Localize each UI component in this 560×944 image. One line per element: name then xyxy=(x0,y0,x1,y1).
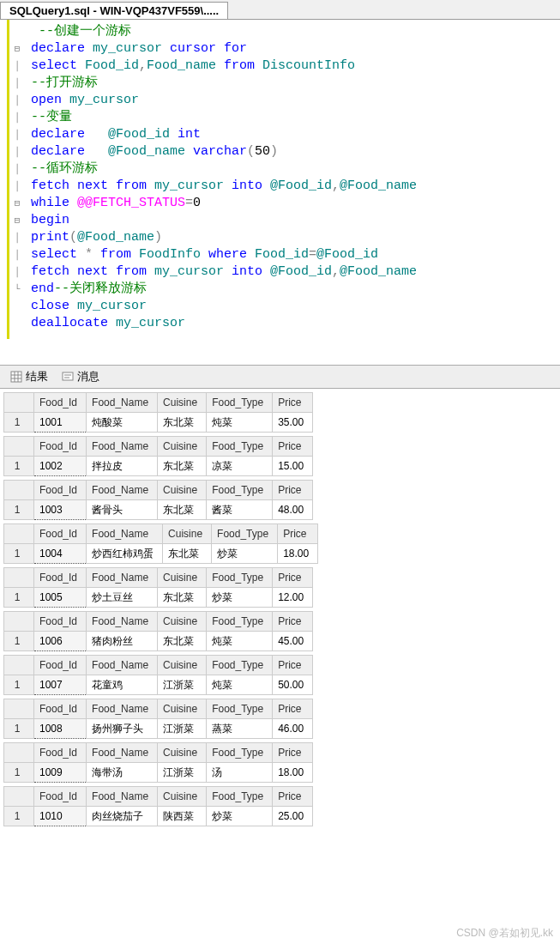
code-line[interactable]: │ fetch next from my_cursor into @Food_i… xyxy=(9,178,560,195)
column-header[interactable]: Price xyxy=(278,524,318,544)
column-header[interactable]: Price xyxy=(273,787,313,807)
column-header[interactable]: Price xyxy=(273,612,313,632)
row-number[interactable]: 1 xyxy=(4,763,34,783)
cell[interactable]: 凉菜 xyxy=(207,457,273,476)
column-header[interactable]: Food_Id xyxy=(34,481,87,500)
code-line[interactable]: │ --循环游标 xyxy=(9,160,560,178)
column-header[interactable]: Food_Name xyxy=(87,656,158,675)
column-header[interactable]: Cuisine xyxy=(158,568,207,588)
column-header[interactable]: Food_Type xyxy=(207,481,273,500)
cell[interactable]: 猪肉粉丝 xyxy=(87,632,158,651)
code-line[interactable]: │ --变量 xyxy=(9,109,560,126)
cell[interactable]: 扬州狮子头 xyxy=(87,719,158,739)
cell[interactable]: 1010 xyxy=(34,807,87,826)
cell[interactable]: 东北菜 xyxy=(158,457,207,476)
fold-gutter[interactable] xyxy=(11,23,23,40)
column-header[interactable]: Food_Type xyxy=(207,699,273,719)
code-line[interactable]: │ --打开游标 xyxy=(9,75,560,92)
column-header[interactable]: Cuisine xyxy=(158,437,207,457)
cell[interactable]: 江浙菜 xyxy=(158,763,207,783)
cell[interactable]: 1007 xyxy=(34,675,87,695)
code-line[interactable]: │ print(@Food_name) xyxy=(9,229,560,246)
messages-tab[interactable]: 消息 xyxy=(57,367,105,386)
fold-gutter[interactable]: │ xyxy=(11,109,23,126)
row-number[interactable]: 1 xyxy=(4,500,34,520)
column-header[interactable]: Food_Name xyxy=(87,787,158,807)
column-header[interactable]: Price xyxy=(273,437,313,457)
row-number[interactable]: 1 xyxy=(4,457,34,476)
fold-gutter[interactable]: │ xyxy=(11,75,23,92)
cell[interactable]: 1001 xyxy=(34,413,87,433)
row-number[interactable]: 1 xyxy=(4,719,34,739)
fold-gutter[interactable] xyxy=(11,315,23,332)
cell[interactable]: 12.00 xyxy=(273,588,313,608)
code-line[interactable]: ⊟ declare my_cursor cursor for xyxy=(9,40,560,57)
cell[interactable]: 1003 xyxy=(34,500,87,520)
fold-gutter[interactable]: ⊟ xyxy=(11,40,23,57)
column-header[interactable]: Food_Name xyxy=(87,393,158,413)
cell[interactable]: 酱骨头 xyxy=(87,500,158,520)
cell[interactable]: 海带汤 xyxy=(87,763,158,783)
fold-gutter[interactable]: └ xyxy=(11,281,23,298)
column-header[interactable]: Price xyxy=(273,481,313,500)
column-header[interactable]: Price xyxy=(273,568,313,588)
column-header[interactable]: Food_Id xyxy=(34,393,87,413)
row-number[interactable]: 1 xyxy=(4,632,34,651)
column-header[interactable]: Cuisine xyxy=(158,656,207,675)
cell[interactable]: 1002 xyxy=(34,457,87,476)
file-tab[interactable]: SQLQuery1.sql - WIN-VQP437VF559\..... xyxy=(0,2,228,19)
column-header[interactable]: Food_Type xyxy=(207,568,273,588)
column-header[interactable]: Food_Name xyxy=(87,524,163,544)
column-header[interactable]: Food_Id xyxy=(34,568,87,588)
code-line[interactable]: │ select Food_id,Food_name from Discount… xyxy=(9,57,560,75)
cell[interactable]: 炒西红柿鸡蛋 xyxy=(87,544,163,564)
column-header[interactable]: Food_Id xyxy=(34,656,87,675)
cell[interactable]: 1005 xyxy=(34,588,87,608)
cell[interactable]: 肉丝烧茄子 xyxy=(87,807,158,826)
cell[interactable]: 蒸菜 xyxy=(207,719,273,739)
cell[interactable]: 炖菜 xyxy=(207,632,273,651)
column-header[interactable]: Food_Name xyxy=(87,699,158,719)
cell[interactable]: 45.00 xyxy=(273,632,313,651)
column-header[interactable]: Price xyxy=(273,656,313,675)
fold-gutter[interactable] xyxy=(11,298,23,315)
cell[interactable]: 东北菜 xyxy=(158,413,207,433)
cell[interactable]: 35.00 xyxy=(273,413,313,433)
column-header[interactable]: Food_Type xyxy=(207,437,273,457)
table-row[interactable]: 11004炒西红柿鸡蛋东北菜炒菜18.00 xyxy=(4,544,318,564)
column-header[interactable]: Food_Id xyxy=(34,699,87,719)
column-header[interactable]: Cuisine xyxy=(158,787,207,807)
column-header[interactable]: Food_Id xyxy=(34,437,87,457)
table-row[interactable]: 11008扬州狮子头江浙菜蒸菜46.00 xyxy=(4,719,313,739)
cell[interactable]: 炒菜 xyxy=(212,544,278,564)
code-line[interactable]: --创建一个游标 xyxy=(9,23,560,40)
column-header[interactable]: Food_Name xyxy=(87,568,158,588)
code-line[interactable]: │ open my_cursor xyxy=(9,92,560,109)
row-number[interactable]: 1 xyxy=(4,588,34,608)
column-header[interactable]: Food_Type xyxy=(207,656,273,675)
cell[interactable]: 江浙菜 xyxy=(158,719,207,739)
table-row[interactable]: 11010肉丝烧茄子陕西菜炒菜25.00 xyxy=(4,807,313,826)
column-header[interactable]: Price xyxy=(273,393,313,413)
column-header[interactable]: Food_Type xyxy=(207,612,273,632)
cell[interactable]: 陕西菜 xyxy=(158,807,207,826)
cell[interactable]: 15.00 xyxy=(273,457,313,476)
cell[interactable]: 炖菜 xyxy=(207,675,273,695)
cell[interactable]: 炒菜 xyxy=(207,588,273,608)
fold-gutter[interactable]: │ xyxy=(11,178,23,195)
column-header[interactable]: Food_Type xyxy=(207,393,273,413)
cell[interactable]: 25.00 xyxy=(273,807,313,826)
fold-gutter[interactable]: ⊟ xyxy=(11,195,23,212)
fold-gutter[interactable]: │ xyxy=(11,126,23,143)
column-header[interactable]: Cuisine xyxy=(158,393,207,413)
column-header[interactable]: Price xyxy=(273,699,313,719)
fold-gutter[interactable]: │ xyxy=(11,92,23,109)
column-header[interactable]: Food_Id xyxy=(34,743,87,763)
table-row[interactable]: 11005炒土豆丝东北菜炒菜12.00 xyxy=(4,588,313,608)
column-header[interactable]: Cuisine xyxy=(158,743,207,763)
cell[interactable]: 东北菜 xyxy=(158,632,207,651)
row-number[interactable]: 1 xyxy=(4,675,34,695)
code-line[interactable]: │ select * from FoodInfo where Food_id=@… xyxy=(9,246,560,263)
column-header[interactable]: Food_Name xyxy=(87,481,158,500)
cell[interactable]: 花童鸡 xyxy=(87,675,158,695)
